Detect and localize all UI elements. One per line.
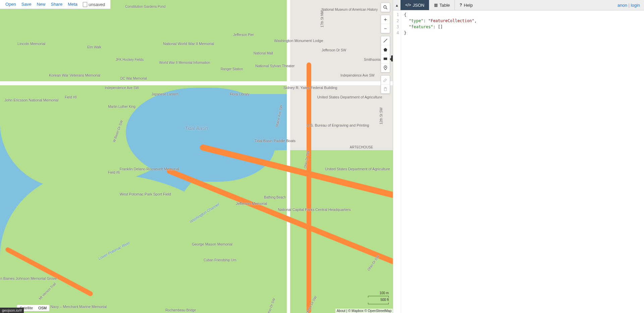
edit-icon xyxy=(383,78,388,82)
tab-bar: ▴ </> JSON ▦ Table ? Help anon | login xyxy=(393,0,644,10)
tab-json[interactable]: </> JSON xyxy=(400,0,429,10)
menu-share[interactable]: Share xyxy=(48,0,65,9)
auth-login[interactable]: login xyxy=(631,3,640,8)
rectangle-icon xyxy=(383,56,388,61)
auth-anon[interactable]: anon xyxy=(618,3,627,8)
svg-line-2 xyxy=(384,39,387,43)
tab-table-label: Table xyxy=(439,3,450,8)
zoom-in-button[interactable]: ＋ xyxy=(381,15,390,24)
tab-help[interactable]: ? Help xyxy=(455,0,477,10)
map-canvas[interactable]: Constitution Gardens Pond Lincoln Memori… xyxy=(0,0,393,313)
svg-point-5 xyxy=(385,67,386,68)
file-status: unsaved xyxy=(80,2,108,7)
tab-table[interactable]: ▦ Table xyxy=(429,0,455,10)
svg-rect-4 xyxy=(384,58,387,60)
url-tag: geojson.io/# xyxy=(0,308,24,313)
marker-icon xyxy=(383,65,388,70)
help-icon: ? xyxy=(460,3,462,7)
tab-help-label: Help xyxy=(464,3,473,8)
line-icon xyxy=(383,38,388,43)
tooltip-polygon: Draw a polygon xyxy=(391,55,393,61)
menu-bar: Open Save New Share Meta unsaved xyxy=(0,0,111,9)
svg-line-1 xyxy=(386,8,387,9)
svg-marker-3 xyxy=(384,48,387,52)
map-attribution[interactable]: About | © Mapbox © OpenStreetMap xyxy=(335,309,393,313)
document-icon xyxy=(83,2,87,7)
collapse-pane-button[interactable]: ▴ xyxy=(393,3,400,8)
basemap-osm[interactable]: OSM xyxy=(36,305,49,311)
svg-rect-6 xyxy=(384,88,387,91)
delete-features-button[interactable] xyxy=(381,85,390,93)
auth-links: anon | login xyxy=(613,3,644,8)
gutter: 1 2 3 4 xyxy=(393,10,401,313)
menu-open[interactable]: Open xyxy=(3,0,19,9)
polygon-icon xyxy=(383,47,388,52)
minus-icon: － xyxy=(383,25,388,32)
search-button[interactable] xyxy=(381,3,390,12)
code-pane: ▴ </> JSON ▦ Table ? Help anon | login xyxy=(393,0,644,313)
svg-point-0 xyxy=(384,6,386,8)
scale-bar: 100 m 500 ft xyxy=(368,291,389,304)
scale-imperial: 500 ft xyxy=(368,298,389,304)
file-status-label: unsaved xyxy=(89,2,105,7)
draw-rectangle-button[interactable]: Draw a polygon xyxy=(381,54,390,63)
plus-icon: ＋ xyxy=(383,16,388,23)
draw-polygon-button[interactable] xyxy=(381,45,390,54)
code-editor[interactable]: 1 2 3 4 { "type": "FeatureCollection", "… xyxy=(393,10,644,313)
map-controls: ＋ － Draw a polygon xyxy=(381,3,390,94)
menu-meta[interactable]: Meta xyxy=(65,0,80,9)
scale-metric: 100 m xyxy=(368,291,389,298)
code-content[interactable]: { "type": "FeatureCollection", "features… xyxy=(401,10,479,313)
chevron-up-icon: ▴ xyxy=(396,3,398,8)
tab-json-label: JSON xyxy=(413,3,425,8)
menu-save[interactable]: Save xyxy=(19,0,34,9)
search-icon xyxy=(383,5,388,10)
draw-line-button[interactable] xyxy=(381,36,390,45)
draw-marker-button[interactable] xyxy=(381,63,390,72)
edit-features-button[interactable] xyxy=(381,76,390,85)
trash-icon xyxy=(383,87,388,91)
menu-new[interactable]: New xyxy=(34,0,48,9)
zoom-out-button[interactable]: － xyxy=(381,24,390,33)
map-pane[interactable]: Constitution Gardens Pond Lincoln Memori… xyxy=(0,0,393,313)
table-icon: ▦ xyxy=(434,3,438,7)
code-icon: </> xyxy=(405,3,411,7)
